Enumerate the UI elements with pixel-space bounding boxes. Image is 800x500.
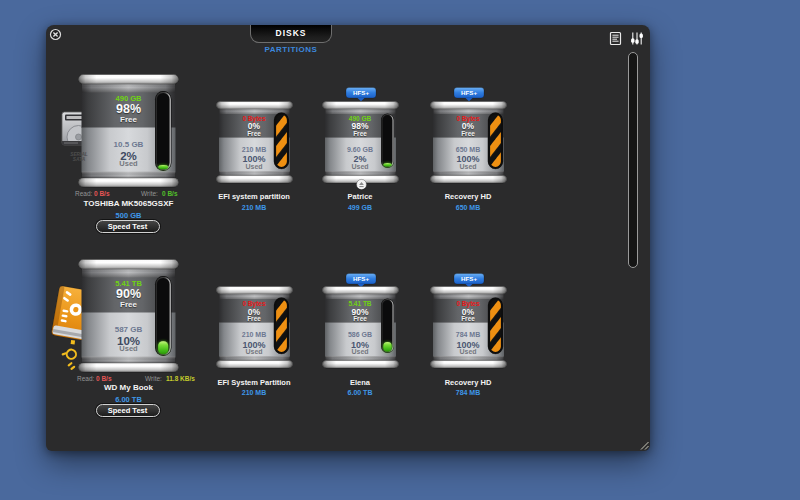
report-icon xyxy=(611,33,621,45)
eject-button[interactable] xyxy=(355,178,368,191)
partition-barrel-efi2[interactable] xyxy=(216,286,293,369)
resize-grip[interactable] xyxy=(638,439,650,451)
disk-capacity: 500 GB xyxy=(49,211,209,220)
write-label: Write: xyxy=(145,375,162,383)
barrel-graphic xyxy=(322,101,398,183)
full-hazard-stripes xyxy=(275,299,288,354)
partition-name: Recovery HD xyxy=(388,192,548,202)
barrel-graphic xyxy=(79,75,179,188)
speed-test-button[interactable]: Speed Test xyxy=(96,220,160,233)
barrel-graphic xyxy=(430,101,506,183)
partition-size: 784 MB xyxy=(388,388,548,397)
disk-barrel-wd[interactable] xyxy=(78,259,179,373)
read-label: Read: xyxy=(75,190,92,198)
tab-partitions-label: PARTITIONS xyxy=(265,45,318,54)
badge-label: HFS+ xyxy=(353,274,369,281)
scrollbar-thumb[interactable] xyxy=(628,52,638,268)
partition-barrel-recovery1[interactable] xyxy=(430,101,507,184)
barrel-graphic xyxy=(430,287,506,369)
app-window: DISKS PARTITIONS xyxy=(46,25,650,451)
read-value: 0 B/s xyxy=(96,375,112,383)
smart-report-button[interactable] xyxy=(609,31,622,46)
full-hazard-stripes xyxy=(489,299,502,354)
disk-barrel-toshiba[interactable] xyxy=(78,74,179,188)
partition-size: 650 MB xyxy=(388,203,548,212)
speed-test-label: Speed Test xyxy=(108,222,147,231)
usage-gauge-fill xyxy=(158,341,168,354)
tab-disks[interactable]: DISKS xyxy=(250,25,332,43)
full-hazard-stripes xyxy=(489,113,502,168)
barrel-graphic xyxy=(79,260,179,373)
read-value: 0 B/s xyxy=(94,190,110,198)
tab-disks-label: DISKS xyxy=(276,28,307,38)
barrel-graphic xyxy=(322,287,398,369)
speed-test-button[interactable]: Speed Test xyxy=(96,404,160,417)
partition-barrel-recovery2[interactable] xyxy=(430,286,507,369)
usage-gauge-fill xyxy=(158,165,168,169)
usage-gauge-fill xyxy=(383,342,391,352)
partition-barrel-elena[interactable] xyxy=(322,286,399,369)
badge-label: HFS+ xyxy=(461,89,477,96)
barrel-graphic xyxy=(216,101,292,183)
partition-barrel-patrice[interactable] xyxy=(322,101,399,184)
close-button[interactable] xyxy=(49,28,62,41)
speed-test-label: Speed Test xyxy=(108,406,147,415)
preferences-button[interactable] xyxy=(630,31,644,46)
tab-partitions[interactable]: PARTITIONS xyxy=(231,45,351,54)
read-label: Read: xyxy=(77,375,94,383)
write-label: Write: xyxy=(141,190,158,198)
bus-type-label: SERIALSATA xyxy=(61,152,97,162)
usage-gauge-fill xyxy=(383,163,391,167)
badge-label: HFS+ xyxy=(353,89,369,96)
full-hazard-stripes xyxy=(275,113,288,168)
desktop: DISKS PARTITIONS xyxy=(0,0,800,500)
partition-barrel-efi1[interactable] xyxy=(216,101,293,184)
badge-label: HFS+ xyxy=(461,274,477,281)
partition-name: Recovery HD xyxy=(388,378,548,388)
barrel-graphic xyxy=(216,287,292,369)
